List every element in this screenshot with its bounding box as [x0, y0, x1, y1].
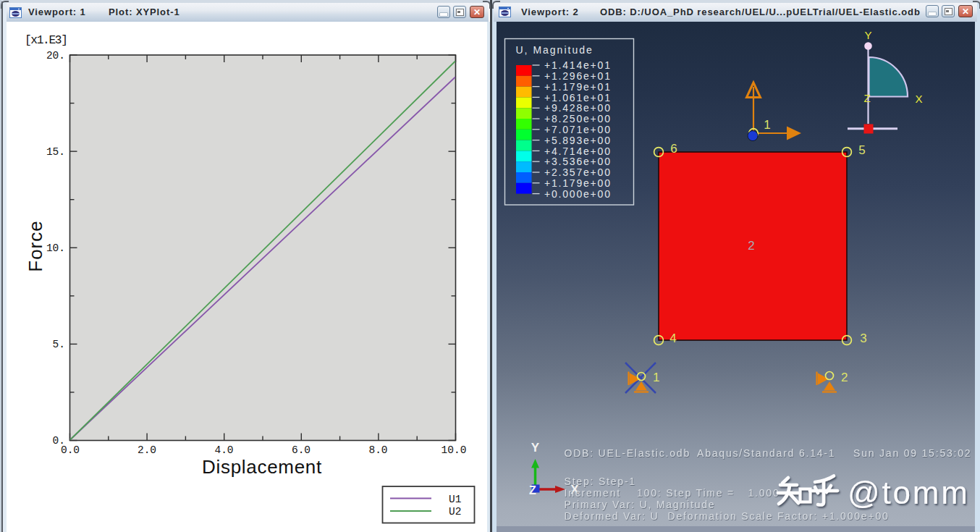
- svg-text:2: 2: [841, 371, 848, 384]
- svg-text:3: 3: [860, 332, 866, 345]
- svg-text:Force: Force: [25, 220, 46, 271]
- svg-text:2: 2: [748, 239, 754, 253]
- svg-text:U1: U1: [449, 494, 461, 505]
- svg-text:Y: Y: [531, 441, 540, 455]
- svg-text:100: Step Time =: 100: Step Time =: [637, 487, 735, 499]
- svg-text:X: X: [915, 93, 922, 105]
- svg-text:1: 1: [764, 118, 770, 132]
- svg-text:10.0: 10.0: [442, 444, 467, 456]
- svg-text:Deformed Var: U: Deformed Var: U: [565, 510, 659, 522]
- svg-text:Y: Y: [864, 29, 871, 41]
- svg-text:0.0: 0.0: [61, 444, 80, 456]
- svg-text:+9.428e+00: +9.428e+00: [544, 102, 612, 114]
- svg-text:5.: 5.: [53, 339, 65, 350]
- svg-text:Increment: Increment: [565, 487, 621, 499]
- svg-text:+2.357e+00: +2.357e+00: [544, 166, 612, 178]
- svg-text:15.: 15.: [46, 146, 65, 158]
- svg-text:+1.061e+01: +1.061e+01: [544, 92, 612, 104]
- svg-text:ODB: UEL-Elastic.odb: ODB: UEL-Elastic.odb: [565, 447, 691, 459]
- svg-text:+1.179e+00: +1.179e+00: [544, 177, 612, 189]
- svg-text:[x1.E3]: [x1.E3]: [25, 34, 67, 47]
- svg-text:5: 5: [858, 143, 865, 157]
- svg-text:Z: Z: [529, 484, 536, 497]
- svg-text:6: 6: [670, 142, 677, 156]
- svg-text:4.0: 4.0: [214, 444, 233, 456]
- svg-text:1: 1: [653, 371, 659, 384]
- svg-text:Displacement: Displacement: [202, 456, 322, 478]
- svg-text:10.: 10.: [46, 242, 65, 254]
- svg-text:U, Magnitude: U, Magnitude: [516, 44, 594, 56]
- svg-text:@tomm: @tomm: [848, 475, 970, 510]
- svg-text:+4.714e+00: +4.714e+00: [544, 145, 612, 157]
- svg-text:+1.414e+01: +1.414e+01: [544, 59, 612, 71]
- svg-text:Deformation Scale Factor: +1.0: Deformation Scale Factor: +1.000e+00: [668, 510, 890, 522]
- svg-text:+3.536e+00: +3.536e+00: [544, 156, 612, 167]
- svg-text:Step: Step-1: Step: Step-1: [565, 476, 636, 487]
- svg-text:+0.000e+00: +0.000e+00: [544, 188, 612, 200]
- svg-text:+5.893e+00: +5.893e+00: [544, 135, 612, 146]
- svg-text:Sun Jan 09 15:53:02: Sun Jan 09 15:53:02: [853, 447, 971, 459]
- svg-text:+1.296e+01: +1.296e+01: [544, 70, 612, 82]
- svg-text:Primary Var: U, Magnitude: Primary Var: U, Magnitude: [565, 499, 716, 510]
- svg-text:U2: U2: [449, 506, 461, 518]
- svg-text:+1.179e+01: +1.179e+01: [544, 81, 612, 93]
- svg-text:+7.071e+00: +7.071e+00: [544, 124, 612, 135]
- svg-text:Abaqus/Standard 6.14-1: Abaqus/Standard 6.14-1: [697, 447, 835, 459]
- svg-text:1.000: 1.000: [748, 487, 780, 499]
- svg-text:+8.250e+00: +8.250e+00: [544, 113, 612, 124]
- svg-text:8.0: 8.0: [368, 444, 387, 456]
- svg-text:20.: 20.: [46, 50, 65, 62]
- svg-text:2.0: 2.0: [138, 444, 156, 456]
- svg-text:Z: Z: [863, 92, 870, 104]
- svg-text:6.0: 6.0: [292, 444, 311, 456]
- svg-text:4: 4: [669, 332, 676, 345]
